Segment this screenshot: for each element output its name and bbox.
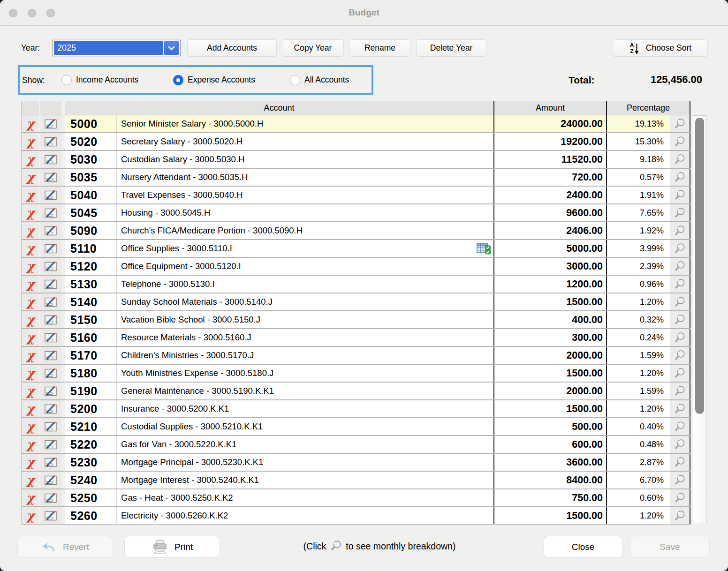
monthly-breakdown-button[interactable] bbox=[670, 133, 690, 150]
edit-account-button[interactable] bbox=[40, 507, 65, 524]
edit-account-button[interactable] bbox=[40, 436, 65, 453]
account-name[interactable]: Resource Materials - 3000.5160.J bbox=[117, 329, 493, 346]
monthly-breakdown-button[interactable] bbox=[670, 258, 690, 275]
amount-cell[interactable]: 9600.00 bbox=[493, 204, 606, 221]
vertical-scrollbar[interactable] bbox=[693, 115, 706, 524]
table-row[interactable]: χ 5030Custodian Salary - 3000.5030.H1152… bbox=[22, 151, 690, 169]
monthly-breakdown-button[interactable] bbox=[670, 347, 690, 364]
monthly-breakdown-button[interactable] bbox=[670, 187, 690, 203]
amount-cell[interactable]: 24000.00 bbox=[493, 115, 606, 132]
edit-account-button[interactable] bbox=[40, 293, 65, 310]
account-name[interactable]: Children's Ministries - 3000.5170.J bbox=[117, 347, 493, 364]
delete-account-button[interactable]: χ bbox=[22, 347, 40, 364]
account-number[interactable]: 5035 bbox=[65, 169, 117, 186]
table-row[interactable]: χ 5260Electricity - 3000.5260.K.K21500.0… bbox=[22, 507, 690, 525]
save-button[interactable]: Save bbox=[630, 536, 709, 557]
monthly-breakdown-button[interactable] bbox=[670, 151, 690, 168]
account-number[interactable]: 5230 bbox=[65, 454, 117, 471]
edit-account-button[interactable] bbox=[40, 383, 65, 399]
amount-cell[interactable]: 2400.00 bbox=[493, 187, 606, 203]
amount-cell[interactable]: 11520.00 bbox=[493, 151, 606, 168]
monthly-breakdown-button[interactable] bbox=[670, 115, 690, 132]
monthly-breakdown-button[interactable] bbox=[670, 436, 690, 453]
amount-cell[interactable]: 5000.00 bbox=[493, 240, 606, 257]
edit-account-button[interactable] bbox=[40, 204, 65, 221]
delete-account-button[interactable]: χ bbox=[22, 293, 40, 310]
delete-account-button[interactable]: χ bbox=[22, 507, 40, 524]
zoom-window-icon[interactable] bbox=[46, 9, 55, 17]
amount-cell[interactable]: 1200.00 bbox=[493, 276, 606, 293]
account-name[interactable]: Vacation Bible School - 3000.5150.J bbox=[117, 311, 493, 328]
delete-account-button[interactable]: χ bbox=[22, 169, 40, 186]
delete-account-button[interactable]: χ bbox=[22, 311, 40, 328]
edit-account-button[interactable] bbox=[40, 400, 65, 417]
amount-cell[interactable]: 1500.00 bbox=[493, 293, 606, 310]
delete-year-button[interactable]: Delete Year bbox=[417, 40, 486, 56]
table-row[interactable]: χ 5090Church's FICA/Medicare Portion - 3… bbox=[22, 222, 690, 240]
table-row[interactable]: χ 5190General Maintenance - 3000.5190.K.… bbox=[22, 383, 690, 400]
edit-account-button[interactable] bbox=[40, 151, 65, 168]
table-row[interactable]: χ 5040Travel Expenses - 3000.5040.H2400.… bbox=[22, 187, 690, 204]
monthly-breakdown-button[interactable] bbox=[670, 329, 690, 346]
account-name[interactable]: Gas for Van - 3000.5220.K.K1 bbox=[117, 436, 493, 453]
add-accounts-button[interactable]: Add Accounts bbox=[188, 40, 276, 56]
delete-account-button[interactable]: χ bbox=[22, 418, 40, 435]
table-row[interactable]: χ 5200Insurance - 3000.5200.K.K11500.001… bbox=[22, 400, 690, 418]
edit-account-button[interactable] bbox=[40, 347, 65, 364]
amount-cell[interactable]: 300.00 bbox=[493, 329, 606, 346]
account-number[interactable]: 5130 bbox=[65, 276, 117, 293]
edit-account-button[interactable] bbox=[40, 365, 65, 382]
monthly-breakdown-button[interactable] bbox=[670, 507, 690, 524]
edit-account-button[interactable] bbox=[40, 311, 65, 328]
delete-account-button[interactable]: χ bbox=[22, 133, 40, 150]
edit-account-button[interactable] bbox=[40, 187, 65, 203]
account-name[interactable]: Gas - Heat - 3000.5250.K.K2 bbox=[117, 489, 493, 506]
amount-cell[interactable]: 1500.00 bbox=[493, 365, 606, 382]
print-button[interactable]: Print bbox=[125, 536, 220, 557]
amount-cell[interactable]: 1500.00 bbox=[493, 400, 606, 417]
radio-all-accounts[interactable]: All Accounts bbox=[290, 75, 349, 85]
copy-year-button[interactable]: Copy Year bbox=[282, 40, 343, 56]
account-number[interactable]: 5040 bbox=[65, 187, 117, 203]
table-row[interactable]: χ 5160Resource Materials - 3000.5160.J30… bbox=[22, 329, 690, 347]
amount-cell[interactable]: 2000.00 bbox=[493, 347, 606, 364]
delete-account-button[interactable]: χ bbox=[22, 258, 40, 275]
account-name[interactable]: Electricity - 3000.5260.K.K2 bbox=[117, 507, 493, 524]
delete-account-button[interactable]: χ bbox=[22, 383, 40, 399]
account-name[interactable]: Telephone - 3000.5130.I bbox=[117, 276, 493, 293]
account-number[interactable]: 5180 bbox=[65, 365, 117, 382]
account-number[interactable]: 5045 bbox=[65, 204, 117, 221]
monthly-breakdown-button[interactable] bbox=[670, 472, 690, 488]
edit-account-button[interactable] bbox=[40, 133, 65, 150]
delete-account-button[interactable]: χ bbox=[22, 151, 40, 168]
delete-account-button[interactable]: χ bbox=[22, 115, 40, 132]
account-number[interactable]: 5030 bbox=[65, 151, 117, 168]
amount-cell[interactable]: 2000.00 bbox=[493, 383, 606, 399]
edit-account-button[interactable] bbox=[40, 489, 65, 506]
account-number[interactable]: 5110 bbox=[65, 240, 117, 257]
table-row[interactable]: χ 5250Gas - Heat - 3000.5250.K.K2750.000… bbox=[22, 489, 690, 507]
monthly-breakdown-button[interactable] bbox=[670, 276, 690, 293]
edit-account-button[interactable] bbox=[40, 240, 65, 257]
amount-cell[interactable]: 400.00 bbox=[493, 311, 606, 328]
amount-cell[interactable]: 2406.00 bbox=[493, 222, 606, 239]
table-row[interactable]: χ 5140Sunday School Materials - 3000.514… bbox=[22, 293, 690, 311]
amount-cell[interactable]: 3000.00 bbox=[493, 258, 606, 275]
account-name[interactable]: Nursery Attendant - 3000.5035.H bbox=[117, 169, 493, 186]
table-row[interactable]: χ 5045Housing - 3000.5045.H9600.007.65% bbox=[22, 204, 690, 222]
account-name[interactable]: Office Equipment - 3000.5120.I bbox=[117, 258, 493, 275]
account-number[interactable]: 5190 bbox=[65, 383, 117, 399]
account-number[interactable]: 5260 bbox=[65, 507, 117, 524]
monthly-breakdown-button[interactable] bbox=[670, 383, 690, 399]
account-number[interactable]: 5120 bbox=[65, 258, 117, 275]
edit-account-button[interactable] bbox=[40, 472, 65, 488]
monthly-breakdown-button[interactable] bbox=[670, 489, 690, 506]
account-name[interactable]: Youth Ministries Expense - 3000.5180.J bbox=[117, 365, 493, 382]
edit-account-button[interactable] bbox=[40, 258, 65, 275]
monthly-breakdown-button[interactable] bbox=[670, 204, 690, 221]
account-number[interactable]: 5140 bbox=[65, 293, 117, 310]
account-name[interactable]: Sunday School Materials - 3000.5140.J bbox=[117, 293, 493, 310]
monthly-breakdown-button[interactable] bbox=[670, 169, 690, 186]
table-row[interactable]: χ 5230Mortgage Principal - 3000.5230.K.K… bbox=[22, 454, 690, 472]
account-number[interactable]: 5000 bbox=[65, 115, 117, 132]
